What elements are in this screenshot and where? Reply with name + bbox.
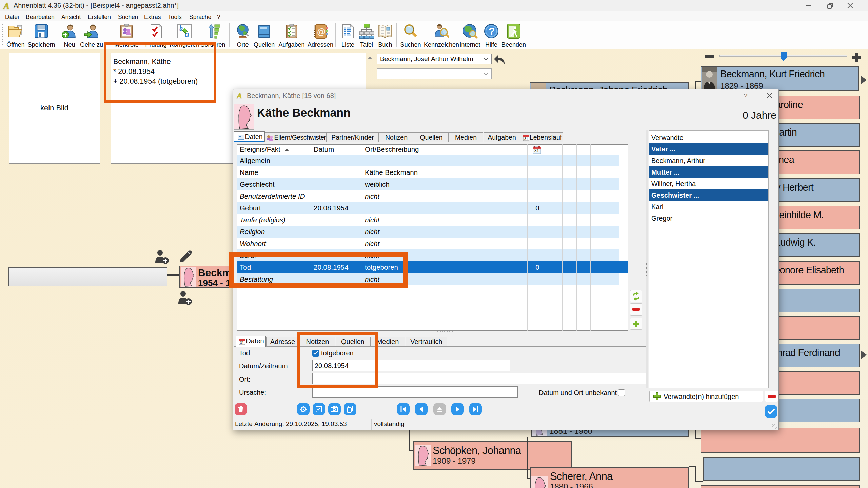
svg-text:@: @ — [317, 26, 326, 37]
svg-text:b: b — [179, 24, 183, 32]
svg-text:31: 31 — [534, 148, 539, 153]
svg-text:31: 31 — [524, 137, 528, 141]
svg-text:31: 31 — [240, 341, 244, 345]
